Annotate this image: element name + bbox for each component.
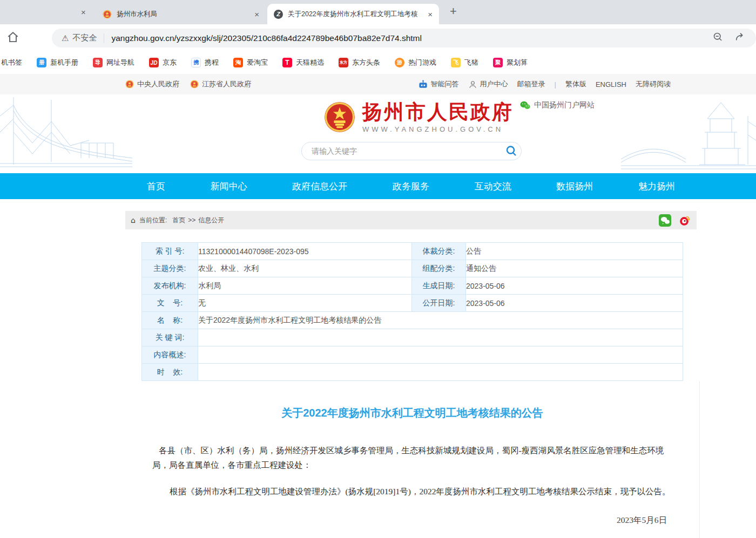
nav-interaction[interactable]: 互动交流 (475, 180, 511, 193)
link-mail-login[interactable]: 邮箱登录 (517, 79, 545, 89)
breadcrumb-home-link[interactable]: 首页 (172, 216, 185, 225)
meta-value (198, 364, 683, 381)
site-banner: 扬州市人民政府 WWW.YANGZHOU.GOV.CN 中国扬州门户网站 (0, 94, 756, 173)
gov-emblem-icon (190, 80, 199, 88)
gov-emblem-icon (125, 80, 134, 88)
meta-label: 名 称: (142, 312, 198, 329)
nav-data-yangzhou[interactable]: 数据扬州 (556, 180, 593, 193)
site-logo[interactable]: 扬州市人民政府 WWW.YANGZHOU.GOV.CN (324, 101, 514, 133)
breadcrumb-separator: >> (188, 216, 195, 224)
bookmark-fliggy[interactable]: 飞飞猪 (451, 58, 478, 67)
tab-title: 扬州市水利局 (117, 10, 254, 19)
meta-value: 关于2022年度扬州市水利工程文明工地考核结果的公告 (198, 312, 683, 329)
article-paragraph: 根据《扬州市水利工程文明工地建设管理办法》(扬水规[2019]1号)，2022年… (152, 484, 672, 499)
new-tab-button[interactable]: + (450, 4, 457, 18)
meta-label: 生成日期: (412, 277, 466, 295)
pagoda-sketch-decoration (621, 94, 756, 173)
site-title: 扬州市人民政府 (362, 101, 514, 124)
bookmark-url-navigation[interactable]: 导网址导航 (93, 58, 134, 67)
nav-charming-yangzhou[interactable]: 魅力扬州 (638, 180, 675, 193)
bookmark-tmall[interactable]: T天猫精选 (282, 58, 324, 67)
table-row: 发布机构: 水利局 生成日期: 2023-05-06 (142, 277, 683, 295)
manual-icon: 册 (37, 58, 46, 67)
close-icon[interactable]: × (81, 8, 86, 16)
fliggy-icon: 飞 (451, 58, 461, 67)
browser-toolbar: ⚠ 不安全 yangzhou.gov.cn/yzszxxgk/slj/20230… (0, 24, 756, 51)
search-icon (505, 145, 518, 158)
table-row: 索 引 号: 11321000014407098E-2023-095 体裁分类:… (142, 243, 683, 260)
main-navigation: 首页 新闻中心 政府信息公开 政务服务 互动交流 数据扬州 魅力扬州 (0, 173, 756, 199)
home-button[interactable] (6, 30, 20, 46)
bookmark-phone-bookmarks[interactable]: 机书签 (1, 58, 22, 67)
search-button[interactable] (505, 145, 518, 158)
gov-topbar: 中央人民政府 江苏省人民政府 智能问答 用户中心 邮箱登录 | 繁体版 ENGL… (0, 74, 756, 94)
meta-value (198, 329, 683, 346)
bookmark-new-phone-manual[interactable]: 册新机手册 (37, 58, 78, 67)
bookmark-ctrip[interactable]: 携携程 (191, 58, 219, 67)
search-bar (301, 142, 522, 160)
meta-label: 文 号: (142, 295, 198, 312)
meta-value (198, 346, 683, 364)
article: 关于2022年度扬州市水利工程文明工地考核结果的公告 各县（市、区）水利（务）局… (125, 381, 700, 538)
nav-home[interactable]: 首页 (147, 180, 165, 193)
portal-link[interactable]: 中国扬州门户网站 (520, 100, 595, 110)
link-jiangsu-government[interactable]: 江苏省人民政府 (190, 79, 251, 89)
link-ai-qa[interactable]: 智能问答 (418, 79, 459, 90)
meta-value: 水利局 (198, 277, 412, 295)
article-date: 2023年5月6日 (125, 515, 667, 526)
meta-label: 组配分类: (412, 260, 466, 277)
bookmark-jd[interactable]: JD京东 (149, 58, 177, 67)
meta-label: 体裁分类: (412, 243, 466, 260)
user-icon (468, 80, 477, 89)
breadcrumb-current[interactable]: 信息公开 (198, 216, 224, 225)
meta-value: 2023-05-06 (466, 277, 683, 295)
share-icon[interactable] (734, 31, 746, 45)
weibo-share-button[interactable] (679, 214, 691, 227)
divider: | (555, 80, 556, 88)
meta-value: 11321000014407098E-2023-095 (198, 243, 412, 260)
tab-strip: × 扬州市水利局 × Z 关于2022年度扬州市水利工程文明工地考核 × + (0, 0, 756, 24)
navigation-icon: 导 (93, 58, 103, 67)
tab-active-announcement[interactable]: Z 关于2022年度扬州市水利工程文明工地考核 × (267, 4, 439, 24)
bookmark-hot-games[interactable]: 游热门游戏 (395, 58, 436, 67)
site-url: WWW.YANGZHOU.GOV.CN (362, 125, 514, 133)
zoom-out-icon[interactable] (712, 31, 724, 45)
document-meta-table: 索 引 号: 11321000014407098E-2023-095 体裁分类:… (141, 242, 683, 381)
url-text[interactable]: yangzhou.gov.cn/yzszxxgk/slj/202305/210c… (111, 33, 701, 43)
address-bar[interactable]: ⚠ 不安全 yangzhou.gov.cn/yzszxxgk/slj/20230… (52, 29, 756, 47)
article-paragraph: 各县（市、区）水利（务）局，扬州经济开发区城乡事务管理局，生态科技新城规划建设局… (152, 443, 672, 472)
link-user-center[interactable]: 用户中心 (468, 79, 508, 89)
tab-yangzhou-water-bureau[interactable]: 扬州市水利局 × (97, 4, 265, 24)
article-title: 关于2022年度扬州市水利工程文明工地考核结果的公告 (125, 381, 699, 420)
meta-value: 通知公告 (466, 260, 683, 277)
nav-gov-services[interactable]: 政务服务 (393, 180, 429, 193)
nav-news-center[interactable]: 新闻中心 (211, 180, 247, 193)
meta-label: 内容概述: (142, 346, 198, 364)
link-english[interactable]: ENGLISH (596, 80, 626, 88)
bookmark-aitaobao[interactable]: 淘爱淘宝 (233, 58, 268, 67)
close-icon[interactable]: × (428, 10, 433, 18)
bookmark-eastday[interactable]: 东方东方头条 (339, 58, 380, 67)
search-input[interactable] (310, 146, 505, 156)
juhuasuan-icon: 聚 (493, 58, 503, 67)
nav-gov-info-disclosure[interactable]: 政府信息公开 (292, 180, 347, 193)
meta-value: 农业、林业、水利 (198, 260, 412, 277)
home-icon: ⌂ (131, 216, 136, 224)
security-label: 不安全 (72, 33, 97, 43)
meta-label: 公开日期: (412, 295, 466, 312)
close-icon[interactable]: × (254, 10, 259, 18)
meta-label: 关 键 词: (142, 329, 198, 346)
taobao-icon: 淘 (233, 58, 243, 67)
national-emblem-icon (324, 101, 355, 133)
link-central-government[interactable]: 中央人民政府 (125, 79, 179, 89)
games-icon: 游 (395, 58, 404, 67)
robot-icon (418, 79, 428, 90)
bookmark-juhuasuan[interactable]: 聚聚划算 (493, 58, 528, 67)
meta-label: 主题分类: (142, 260, 198, 277)
link-traditional-chinese[interactable]: 繁体版 (565, 79, 586, 89)
wechat-share-button[interactable] (659, 214, 671, 227)
bookmarks-bar: 机书签 册新机手册 导网址导航 JD京东 携携程 淘爱淘宝 T天猫精选 东方东方… (0, 51, 756, 74)
link-accessibility[interactable]: 无障碍阅读 (636, 79, 671, 89)
tmall-icon: T (282, 58, 292, 67)
breadcrumb-prefix: 当前位置: (139, 216, 167, 225)
